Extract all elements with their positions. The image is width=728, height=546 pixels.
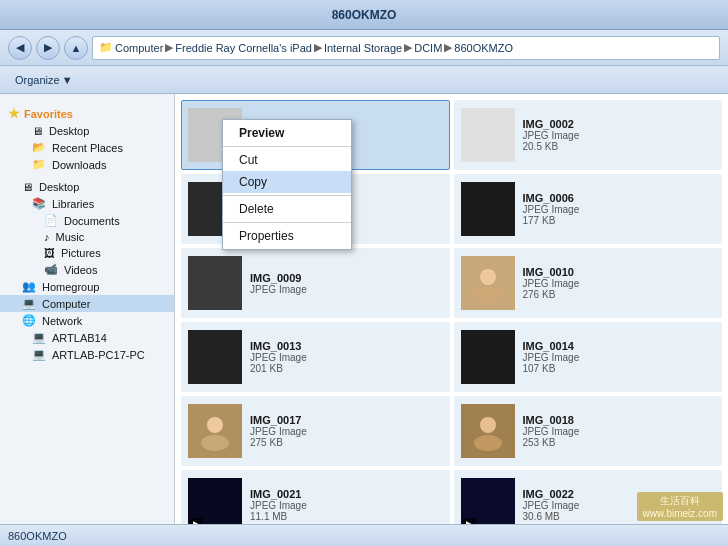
context-menu-properties[interactable]: Properties (223, 225, 351, 247)
breadcrumb-internal-storage[interactable]: Internal Storage (324, 42, 402, 54)
sidebar-item-desktop-fav[interactable]: 🖥 Desktop (0, 123, 174, 139)
file-item-img0014[interactable]: IMG_0014 JPEG Image 107 KB (454, 322, 723, 392)
file-item-img0022[interactable]: ▶ IMG_0022 JPEG Image 30.6 MB (454, 470, 723, 524)
sidebar-item-desktop-tree[interactable]: 🖥 Desktop (0, 179, 174, 195)
star-icon: ★ (8, 106, 20, 121)
favorites-label: Favorites (24, 108, 73, 120)
sidebar-item-artlab14[interactable]: 💻 ARTLAB14 (0, 329, 174, 346)
file-item-img0001[interactable]: IMG_0001 JPEG Image Preview Cut Copy Del… (181, 100, 450, 170)
file-name-img0010: IMG_0010 (523, 266, 716, 278)
context-menu-copy[interactable]: Copy (223, 171, 351, 193)
file-info-img0010: IMG_0010 JPEG Image 276 KB (523, 266, 716, 300)
breadcrumb-computer[interactable]: Computer (115, 42, 163, 54)
forward-button[interactable]: ▶ (36, 36, 60, 60)
breadcrumb-folder[interactable]: 860OKMZO (454, 42, 513, 54)
computer-icon: 💻 (22, 297, 36, 310)
file-type-img0018: JPEG Image (523, 426, 716, 437)
file-thumb-img0014 (461, 330, 515, 384)
sidebar-item-network[interactable]: 🌐 Network (0, 312, 174, 329)
sidebar-item-videos[interactable]: 📹 Videos (0, 261, 174, 278)
file-item-img0013[interactable]: IMG_0013 JPEG Image 201 KB (181, 322, 450, 392)
file-name-img0022: IMG_0022 (523, 488, 716, 500)
video-overlay-img0021: ▶ (190, 518, 203, 524)
file-thumb-img0021: ▶ (188, 478, 242, 524)
svg-point-3 (201, 435, 229, 451)
file-type-img0006: JPEG Image (523, 204, 716, 215)
svg-point-1 (474, 287, 502, 303)
sidebar-item-pictures[interactable]: 🖼 Pictures (0, 245, 174, 261)
file-area: IMG_0001 JPEG Image Preview Cut Copy Del… (175, 94, 728, 524)
back-button[interactable]: ◀ (8, 36, 32, 60)
file-info-img0021: IMG_0021 JPEG Image 11.1 MB (250, 488, 443, 522)
documents-icon: 📄 (44, 214, 58, 227)
file-name-img0018: IMG_0018 (523, 414, 716, 426)
network-icon: 🌐 (22, 314, 36, 327)
title-bar: 860OKMZO (0, 0, 728, 30)
file-size-img0017: 275 KB (250, 437, 443, 448)
file-thumb-img0010 (461, 256, 515, 310)
file-type-img0013: JPEG Image (250, 352, 443, 363)
file-item-img0018[interactable]: IMG_0018 JPEG Image 253 KB (454, 396, 723, 466)
video-overlay-img0022: ▶ (463, 518, 476, 524)
breadcrumb-ipad[interactable]: Freddie Ray Cornella's iPad (175, 42, 312, 54)
file-name-img0014: IMG_0014 (523, 340, 716, 352)
file-item-img0002[interactable]: IMG_0002 JPEG Image 20.5 KB (454, 100, 723, 170)
file-item-img0009[interactable]: IMG_0009 JPEG Image (181, 248, 450, 318)
file-item-img0006[interactable]: IMG_0006 JPEG Image 177 KB (454, 174, 723, 244)
file-size-img0006: 177 KB (523, 215, 716, 226)
file-item-img0010[interactable]: IMG_0010 JPEG Image 276 KB (454, 248, 723, 318)
file-name-img0006: IMG_0006 (523, 192, 716, 204)
toolbar: Organize ▼ (0, 66, 728, 94)
favorites-header[interactable]: ★ Favorites (0, 102, 174, 123)
svg-point-0 (480, 269, 496, 285)
context-menu: Preview Cut Copy Delete Properties (222, 119, 352, 250)
title-bar-text: 860OKMZO (6, 8, 722, 22)
file-thumb-img0009 (188, 256, 242, 310)
context-menu-sep2 (223, 195, 351, 196)
context-menu-cut[interactable]: Cut (223, 149, 351, 171)
file-thumb-img0022: ▶ (461, 478, 515, 524)
main-layout: ★ Favorites 🖥 Desktop 📂 Recent Places 📁 … (0, 94, 728, 524)
sidebar-item-libraries[interactable]: 📚 Libraries (0, 195, 174, 212)
svg-point-5 (474, 435, 502, 451)
file-item-img0021[interactable]: ▶ IMG_0021 JPEG Image 11.1 MB (181, 470, 450, 524)
artlab14-icon: 💻 (32, 331, 46, 344)
sidebar-item-documents[interactable]: 📄 Documents (0, 212, 174, 229)
file-info-img0002: IMG_0002 JPEG Image 20.5 KB (523, 118, 716, 152)
file-info-img0006: IMG_0006 JPEG Image 177 KB (523, 192, 716, 226)
monitor-icon: 🖥 (32, 125, 43, 137)
downloads-icon: 📁 (32, 158, 46, 171)
sidebar-item-music[interactable]: ♪ Music (0, 229, 174, 245)
breadcrumb-dcim[interactable]: DCIM (414, 42, 442, 54)
sidebar-item-recent-places[interactable]: 📂 Recent Places (0, 139, 174, 156)
file-info-img0014: IMG_0014 JPEG Image 107 KB (523, 340, 716, 374)
libraries-icon: 📚 (32, 197, 46, 210)
file-name-img0009: IMG_0009 (250, 272, 443, 284)
file-info-img0018: IMG_0018 JPEG Image 253 KB (523, 414, 716, 448)
organize-button[interactable]: Organize ▼ (8, 71, 80, 89)
sidebar-item-computer[interactable]: 💻 Computer (0, 295, 174, 312)
file-info-img0022: IMG_0022 JPEG Image 30.6 MB (523, 488, 716, 522)
up-button[interactable]: ▲ (64, 36, 88, 60)
svg-point-4 (480, 417, 496, 433)
recent-icon: 📂 (32, 141, 46, 154)
file-type-img0022: JPEG Image (523, 500, 716, 511)
file-type-img0014: JPEG Image (523, 352, 716, 363)
sidebar-item-homegroup[interactable]: 👥 Homegroup (0, 278, 174, 295)
context-menu-sep3 (223, 222, 351, 223)
file-item-img0017[interactable]: IMG_0017 JPEG Image 275 KB (181, 396, 450, 466)
context-menu-delete[interactable]: Delete (223, 198, 351, 220)
file-name-img0017: IMG_0017 (250, 414, 443, 426)
file-info-img0017: IMG_0017 JPEG Image 275 KB (250, 414, 443, 448)
file-thumb-img0018 (461, 404, 515, 458)
svg-point-2 (207, 417, 223, 433)
file-type-img0021: JPEG Image (250, 500, 443, 511)
organize-arrow: ▼ (62, 74, 73, 86)
address-bar: ◀ ▶ ▲ 📁 Computer ▶ Freddie Ray Cornella'… (0, 30, 728, 66)
file-name-img0002: IMG_0002 (523, 118, 716, 130)
status-text: 860OKMZO (8, 530, 67, 542)
sidebar-item-downloads[interactable]: 📁 Downloads (0, 156, 174, 173)
sidebar-item-artlab-pc17[interactable]: 💻 ARTLAB-PC17-PC (0, 346, 174, 363)
context-menu-preview[interactable]: Preview (223, 122, 351, 144)
desktop-tree-icon: 🖥 (22, 181, 33, 193)
